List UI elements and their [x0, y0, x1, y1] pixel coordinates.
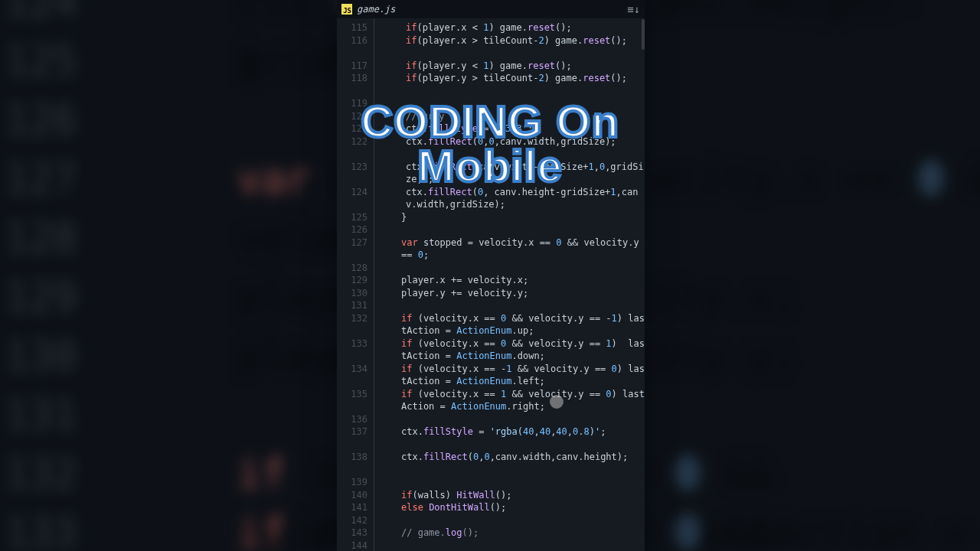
mobile-editor-panel: JS game.js ≡↓ 11511611711811912012112212… [337, 0, 645, 551]
code-editor[interactable]: 1151161171181191201211221231241251261271… [337, 18, 645, 551]
file-tab-label: game.js [357, 4, 396, 15]
file-tab[interactable]: JS game.js [341, 4, 396, 15]
tab-bar: JS game.js ≡↓ [337, 0, 645, 18]
sort-icon[interactable]: ≡↓ [627, 3, 640, 15]
line-number-gutter: 1151161171181191201211221231241251261271… [337, 18, 374, 551]
scrollbar-thumb[interactable] [642, 19, 645, 50]
js-file-icon: JS [341, 4, 352, 15]
code-content[interactable]: if(player.x < 1) game.reset();if(player.… [384, 18, 645, 551]
